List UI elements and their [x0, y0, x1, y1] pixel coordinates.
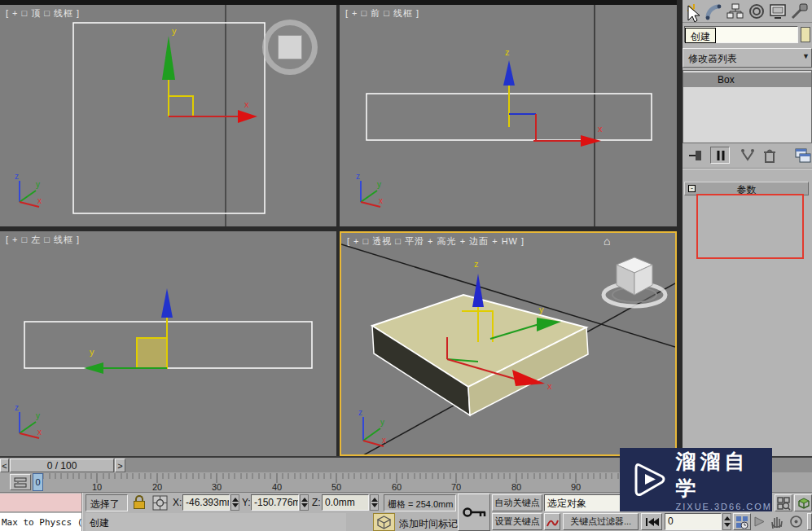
svg-text:x: x [547, 381, 552, 391]
tab-modify-icon[interactable] [705, 2, 723, 20]
selection-lock-icon[interactable] [133, 495, 146, 511]
y-coord-field[interactable]: -150.776mm [251, 494, 299, 511]
play-animation-button[interactable] [753, 513, 766, 530]
annotation-highlight-rect [696, 194, 804, 259]
svg-text:x: x [37, 196, 42, 205]
set-key-button[interactable] [458, 494, 490, 531]
svg-text:z: z [356, 172, 360, 181]
z-coord-field[interactable]: 0.0mm [322, 494, 369, 511]
maxscript-listener-line[interactable]: Max to Physcs ( [0, 513, 81, 531]
auto-key-button[interactable]: 自动关键点 [492, 494, 542, 511]
z-coord-label: Z: [312, 497, 321, 508]
panel-separator [683, 168, 812, 169]
add-time-tag[interactable]: 添加时间标记 [399, 517, 458, 531]
tab-utilities-icon[interactable] [790, 2, 808, 20]
pin-stack-icon[interactable] [687, 148, 704, 163]
watermark-url: zixue.3d66.com [676, 502, 772, 511]
maxscript-listener-pink[interactable] [0, 494, 81, 512]
y-coord-label: Y: [242, 497, 251, 508]
svg-text:y: y [90, 347, 94, 357]
go-to-start-button[interactable] [641, 513, 662, 530]
ruler-tick-20: 20 [152, 482, 162, 492]
modifier-stack-toolbar [683, 145, 812, 166]
svg-text:y: y [172, 26, 177, 36]
modifier-stack-item-box[interactable]: Box [683, 72, 811, 87]
chevron-down-icon[interactable]: ▼ [802, 52, 810, 60]
svg-text:y: y [377, 180, 381, 189]
absolute-offset-toggle-icon[interactable] [151, 494, 169, 511]
svg-text:y: y [36, 411, 40, 420]
set-keys-button[interactable]: 设置关键点 [492, 513, 542, 530]
mouse-cursor [687, 5, 702, 24]
panel-divider [677, 0, 683, 456]
x-coord-spinner[interactable] [230, 494, 239, 511]
svg-text:z: z [505, 47, 510, 57]
tab-motion-icon[interactable] [748, 2, 766, 20]
key-icon [463, 505, 487, 520]
listener-divider[interactable] [81, 493, 83, 531]
ruler-tick-80: 80 [511, 482, 521, 492]
timeline-frame-marker[interactable]: 0 [33, 473, 43, 491]
viewport-left[interactable]: [ + □ 左 □ 线框 ] y z y x [0, 231, 336, 456]
grid-size-display: 栅格 = 254.0mm [384, 494, 456, 511]
pan-hand-icon[interactable] [768, 513, 786, 530]
modifier-stack-list[interactable]: Box [683, 70, 812, 143]
open-mini-curve-editor-button[interactable] [10, 474, 31, 490]
tab-hierarchy-icon[interactable] [726, 2, 744, 20]
viewport-divider-horizontal[interactable] [0, 226, 678, 231]
time-configuration-button[interactable] [733, 513, 751, 530]
svg-text:x: x [598, 124, 603, 134]
time-slider-next-button[interactable]: > [115, 459, 125, 472]
viewcube-perspective [604, 257, 665, 306]
viewport-top[interactable]: [ + □ 顶 □ 线框 ] y x z y x [0, 5, 336, 226]
configure-modifier-sets-icon[interactable] [795, 147, 811, 164]
svg-text:x: x [37, 428, 42, 437]
svg-text:y: y [380, 418, 384, 427]
show-end-result-button[interactable] [710, 147, 730, 164]
ruler-tick-70: 70 [451, 482, 461, 492]
field-of-view-button[interactable] [794, 494, 812, 511]
ruler-tick-50: 50 [331, 482, 341, 492]
tab-display-icon[interactable] [769, 2, 787, 20]
time-slider-handle[interactable]: 0 / 100 [10, 459, 114, 472]
svg-text:z: z [358, 408, 362, 417]
zoom-extents-all-button[interactable] [775, 494, 792, 511]
svg-text:z: z [474, 259, 479, 269]
viewport-perspective-canvas: z y x z y x [341, 233, 675, 454]
current-frame-field[interactable]: 0 [665, 513, 722, 530]
command-panel: 创建 修改器列表 ▼ Box [683, 0, 812, 456]
current-frame-spinner[interactable] [722, 513, 731, 530]
x-coord-field[interactable]: -46.393mm [182, 494, 230, 511]
viewport-front-canvas: z x z y x [340, 5, 678, 226]
y-coord-spinner[interactable] [300, 494, 309, 511]
viewport-front[interactable]: [ + □ 前 □ 线框 ] z x z y x [340, 5, 678, 226]
remove-modifier-icon[interactable] [762, 147, 777, 164]
orbit-icon[interactable] [788, 513, 805, 530]
ruler-tick-10: 10 [92, 482, 102, 492]
svg-text:y: y [36, 180, 40, 189]
make-unique-icon[interactable] [740, 148, 756, 163]
object-color-swatch[interactable] [801, 27, 810, 42]
viewport-left-canvas: y z y x [0, 231, 336, 456]
rollout-collapse-icon[interactable]: - [688, 185, 696, 192]
ruler-tick-90: 90 [571, 482, 581, 492]
key-filters-button[interactable]: 关键点过滤器... [563, 513, 639, 530]
svg-text:x: x [244, 99, 249, 109]
x-coord-label: X: [173, 497, 182, 508]
key-mode-toggle-button[interactable] [544, 513, 560, 530]
viewport-perspective[interactable]: [ + □ 透视 □ 平滑 + 高光 + 边面 + HW ] ⌂ z y x [340, 231, 677, 456]
modifier-list-label: 修改器列表 [688, 53, 737, 64]
svg-text:x: x [382, 436, 386, 445]
svg-text:y: y [539, 305, 544, 314]
time-slider-prev-button[interactable]: < [0, 459, 9, 472]
z-coord-spinner[interactable] [370, 494, 379, 511]
status-prompt: 选择了 [86, 494, 128, 511]
isolate-cube-button[interactable] [373, 513, 395, 531]
modifier-list-dropdown[interactable]: 修改器列表 ▼ [683, 48, 812, 68]
viewcube-top-face[interactable] [278, 35, 302, 59]
max-application-window: [ + □ 顶 □ 线框 ] y x z y x [ + □ 前 □ 线框 ] [0, 0, 812, 531]
maximize-toggle-button-partial[interactable] [807, 513, 812, 530]
ruler-tick-40: 40 [272, 482, 282, 492]
ruler-tick-60: 60 [392, 482, 402, 492]
watermark-logo-icon [631, 460, 668, 499]
